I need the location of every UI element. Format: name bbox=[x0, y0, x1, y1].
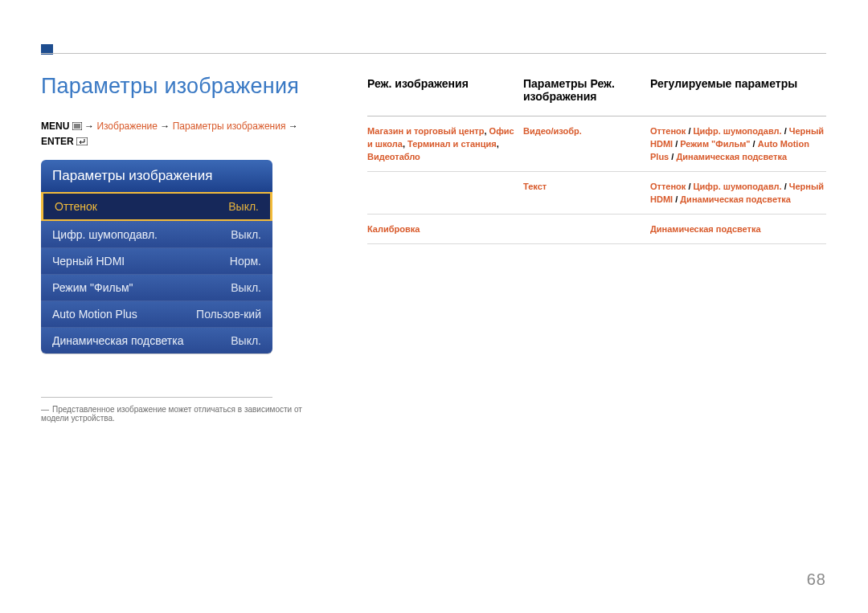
table-cell-submode bbox=[523, 223, 650, 235]
table-cell-submode: Видео/изобр. bbox=[523, 125, 650, 163]
osd-row-label: Цифр. шумоподавл. bbox=[52, 228, 158, 241]
osd-row-label: Динамическая подсветка bbox=[52, 334, 184, 347]
table-row: Магазин и торговый центр, Офис и школа, … bbox=[367, 116, 826, 172]
osd-row-value: Выкл. bbox=[228, 200, 259, 213]
page-number: 68 bbox=[807, 570, 826, 589]
breadcrumb-enter: ENTER bbox=[41, 136, 74, 147]
footnote-dash: ― bbox=[41, 405, 49, 414]
osd-row[interactable]: ОттенокВыкл. bbox=[41, 192, 272, 221]
osd-row-label: Auto Motion Plus bbox=[52, 308, 137, 321]
table-header-mode: Реж. изображения bbox=[367, 77, 523, 103]
svg-rect-4 bbox=[76, 137, 88, 145]
table-row: КалибровкаДинамическая подсветка bbox=[367, 215, 826, 244]
osd-row[interactable]: Цифр. шумоподавл.Выкл. bbox=[41, 221, 272, 247]
osd-row-label: Режим "Фильм" bbox=[52, 281, 133, 294]
footnote: ―Представленное изображение может отлича… bbox=[41, 405, 322, 423]
parameters-table: Реж. изображения Параметры Реж. изображе… bbox=[367, 77, 826, 244]
footnote-rule bbox=[41, 397, 272, 398]
table-header-row: Реж. изображения Параметры Реж. изображе… bbox=[367, 77, 826, 116]
breadcrumb: MENU → Изображение → Параметры изображен… bbox=[41, 119, 298, 149]
table-cell-adjustable: Оттенок / Цифр. шумоподавл. / Черный HDM… bbox=[650, 180, 826, 206]
table-header-submode: Параметры Реж. изображения bbox=[523, 77, 650, 103]
breadcrumb-seg2: Параметры изображения bbox=[173, 121, 286, 132]
osd-row[interactable]: Черный HDMIНорм. bbox=[41, 247, 272, 274]
footnote-text: Представленное изображение может отличат… bbox=[41, 405, 302, 423]
osd-row-value: Выкл. bbox=[231, 281, 261, 294]
table-row: ТекстОттенок / Цифр. шумоподавл. / Черны… bbox=[367, 172, 826, 215]
breadcrumb-arrow: → bbox=[160, 121, 172, 132]
osd-row-value: Выкл. bbox=[231, 228, 261, 241]
header-rule bbox=[41, 53, 826, 54]
page-title: Параметры изображения bbox=[41, 74, 299, 99]
breadcrumb-menu: MENU bbox=[41, 121, 69, 132]
menu-icon bbox=[72, 120, 82, 134]
table-cell-adjustable: Динамическая подсветка bbox=[650, 223, 826, 235]
table-cell-mode: Магазин и торговый центр, Офис и школа, … bbox=[367, 125, 523, 163]
osd-row[interactable]: Режим "Фильм"Выкл. bbox=[41, 274, 272, 300]
table-cell-submode: Текст bbox=[523, 180, 650, 206]
enter-icon bbox=[76, 135, 88, 149]
breadcrumb-arrow: → bbox=[289, 121, 298, 132]
osd-row-label: Оттенок bbox=[55, 200, 97, 213]
osd-row-value: Пользов-кий bbox=[196, 308, 261, 321]
osd-row-value: Выкл. bbox=[231, 334, 261, 347]
table-header-adjustable: Регулируемые параметры bbox=[650, 77, 826, 103]
table-cell-mode: Калибровка bbox=[367, 223, 523, 235]
osd-panel: Параметры изображения ОттенокВыкл.Цифр. … bbox=[41, 160, 272, 353]
table-cell-mode bbox=[367, 180, 523, 206]
table-cell-adjustable: Оттенок / Цифр. шумоподавл. / Черный HDM… bbox=[650, 125, 826, 163]
osd-row-label: Черный HDMI bbox=[52, 255, 125, 268]
osd-row-value: Норм. bbox=[230, 255, 261, 268]
osd-row[interactable]: Auto Motion PlusПользов-кий bbox=[41, 300, 272, 327]
osd-header: Параметры изображения bbox=[41, 160, 272, 192]
breadcrumb-seg1: Изображение bbox=[96, 121, 158, 132]
osd-row[interactable]: Динамическая подсветкаВыкл. bbox=[41, 327, 272, 353]
breadcrumb-arrow: → bbox=[84, 121, 96, 132]
